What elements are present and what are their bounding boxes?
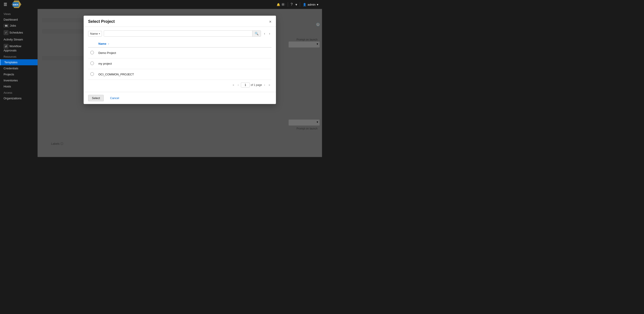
prev-page-top-button[interactable]: ‹: [263, 31, 266, 36]
notification-count: 0: [281, 3, 285, 6]
first-page-button[interactable]: «: [232, 83, 236, 87]
last-page-button[interactable]: »: [267, 83, 272, 87]
select-project-modal: Select Project × Name ▾ 🔍: [84, 16, 276, 104]
search-bar: Name ▾ 🔍 ‹ ›: [88, 30, 272, 37]
content-area: Prompt on launch ▾ Prompt on launch ▾ La…: [38, 9, 322, 157]
hamburger-menu[interactable]: ☰: [4, 2, 7, 7]
schedules-check-icon: ✓: [4, 30, 8, 35]
page-number-input[interactable]: [241, 82, 250, 88]
sidebar: Views Dashboard 66Jobs ✓Schedules Activi…: [0, 9, 38, 157]
project-name-1[interactable]: Demo Project: [96, 48, 272, 58]
pagination-bottom: « ‹ of 1 page › »: [88, 80, 272, 88]
table-row: my project: [88, 58, 272, 69]
filter-label: Name: [90, 32, 98, 35]
sidebar-item-schedules[interactable]: ✓Schedules: [0, 29, 38, 36]
modal-body: Name ▾ 🔍 ‹ ›: [84, 27, 276, 92]
table-row: OCI_COMMON_PROJECT: [88, 69, 272, 80]
sidebar-resources-label: Resources: [0, 54, 38, 59]
jobs-badge: 66: [4, 24, 9, 28]
select-button[interactable]: Select: [88, 95, 104, 101]
sidebar-item-projects[interactable]: Projects: [0, 71, 38, 78]
main-layout: Views Dashboard 66Jobs ✓Schedules Activi…: [0, 9, 322, 157]
project-radio-2[interactable]: [90, 62, 94, 65]
pagination-top: ‹ ›: [263, 31, 272, 36]
sidebar-item-activity-stream[interactable]: Activity Stream: [0, 36, 38, 42]
sidebar-item-templates[interactable]: Templates: [0, 59, 38, 65]
sidebar-item-inventories[interactable]: Inventories: [0, 78, 38, 84]
bell-icon: 🔔: [276, 3, 280, 6]
navbar-right: 🔔 0 ? ▾ 👤 admin ▾: [276, 2, 318, 7]
awx-logo-icon: AWX: [10, 0, 23, 9]
modal-footer: Select Cancel: [84, 92, 276, 104]
project-name-2[interactable]: my project: [96, 58, 272, 69]
cancel-button[interactable]: Cancel: [106, 95, 122, 101]
help-dropdown-icon[interactable]: ▾: [296, 2, 297, 7]
user-icon: 👤: [303, 3, 306, 6]
next-page-button[interactable]: ›: [263, 83, 266, 87]
radio-cell-3: [88, 69, 96, 80]
svg-text:AWX: AWX: [13, 3, 18, 6]
nav-divider-2: [300, 2, 300, 7]
app-logo: AWX: [10, 0, 23, 9]
modal-title: Select Project: [88, 19, 115, 24]
modal-header: Select Project ×: [84, 16, 276, 27]
prev-page-button[interactable]: ‹: [236, 83, 240, 87]
nav-divider: [288, 2, 288, 7]
modal-close-button[interactable]: ×: [269, 20, 272, 24]
username: admin: [308, 3, 316, 6]
page-of-text: of 1 page: [251, 84, 262, 86]
search-input[interactable]: [104, 31, 252, 36]
table-row: Demo Project: [88, 48, 272, 58]
projects-table: Name ↑ Demo Project: [88, 40, 272, 80]
project-radio-1[interactable]: [90, 51, 94, 54]
sidebar-item-hosts[interactable]: Hosts: [0, 84, 38, 90]
sidebar-views-label: Views: [0, 11, 38, 16]
next-page-top-button[interactable]: ›: [268, 31, 272, 36]
sidebar-item-workflow-approvals[interactable]: ⇄Workflow Approvals: [0, 42, 38, 54]
sidebar-item-organizations[interactable]: Organizations: [0, 95, 38, 101]
radio-cell-1: [88, 48, 96, 58]
table-header-name[interactable]: Name ↑: [96, 40, 272, 48]
notification-bell[interactable]: 🔔 0: [276, 3, 285, 6]
sidebar-access-label: Access: [0, 90, 38, 95]
navbar: ☰ AWX 🔔 0 ? ▾ 👤 admin ▾: [0, 0, 322, 9]
modal-overlay: Select Project × Name ▾ 🔍: [38, 9, 322, 157]
filter-arrow-icon: ▾: [99, 32, 100, 35]
sidebar-item-jobs[interactable]: 66Jobs: [0, 22, 38, 29]
user-dropdown-icon: ▾: [317, 3, 318, 6]
sidebar-item-credentials[interactable]: Credentials: [0, 65, 38, 71]
workflow-arrow-icon: ⇄: [4, 44, 8, 49]
table-header-select: [88, 40, 96, 48]
search-input-wrap: 🔍: [104, 30, 261, 37]
sidebar-item-dashboard[interactable]: Dashboard: [0, 16, 38, 22]
radio-cell-2: [88, 58, 96, 69]
sort-asc-icon: ↑: [108, 42, 109, 45]
project-name-3[interactable]: OCI_COMMON_PROJECT: [96, 69, 272, 80]
project-radio-3[interactable]: [90, 72, 94, 76]
search-button[interactable]: 🔍: [252, 31, 261, 36]
search-filter-dropdown[interactable]: Name ▾: [88, 31, 102, 36]
user-menu[interactable]: 👤 admin ▾: [303, 3, 318, 6]
help-icon[interactable]: ?: [291, 2, 293, 6]
